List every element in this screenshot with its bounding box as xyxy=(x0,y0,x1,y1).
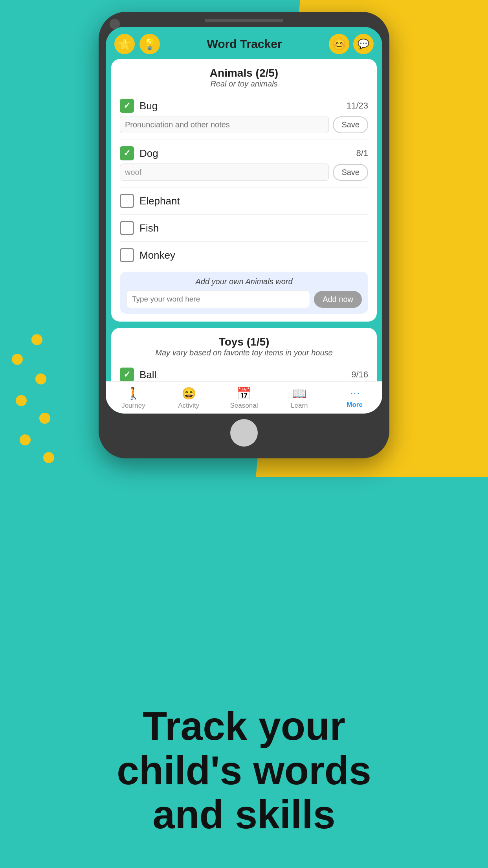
learn-icon: 📖 xyxy=(292,386,306,400)
more-label: More xyxy=(347,401,363,409)
seasonal-icon: 📅 xyxy=(237,386,251,400)
star-button[interactable]: ⭐ xyxy=(114,34,135,54)
word-label-fish: Fish xyxy=(139,222,368,234)
word-date-ball: 9/16 xyxy=(351,370,368,380)
face-button[interactable]: 😊 xyxy=(329,34,349,54)
word-item-bug: Bug 11/23 Save xyxy=(120,95,368,137)
phone-home-button[interactable] xyxy=(230,419,258,447)
word-date-bug: 11/23 xyxy=(347,101,368,111)
save-button-dog[interactable]: Save xyxy=(333,164,368,181)
dot-7 xyxy=(43,452,54,463)
add-now-button[interactable]: Add now xyxy=(314,291,362,308)
notes-area-bug: Save xyxy=(120,116,368,133)
checkbox-ball[interactable] xyxy=(120,368,134,381)
notes-input-bug[interactable] xyxy=(120,116,329,133)
toys-card-title: Toys (1/5) xyxy=(120,336,368,348)
word-item-ball: Ball 9/16 xyxy=(120,364,368,381)
word-item-elephant: Elephant xyxy=(120,190,368,212)
animals-card-subtitle: Real or toy animals xyxy=(120,79,368,88)
word-item-dog: Dog 8/1 Save xyxy=(120,142,368,185)
animals-card-title: Animals (2/5) xyxy=(120,67,368,79)
bottom-tagline: Track yourchild's wordsand skills xyxy=(24,704,464,837)
add-word-label: Add your own Animals word xyxy=(126,277,362,286)
dot-2 xyxy=(12,354,23,365)
notes-input-dog[interactable] xyxy=(120,164,329,181)
checkbox-elephant[interactable] xyxy=(120,194,134,208)
more-icon: ⋯ xyxy=(350,387,360,399)
divider-2 xyxy=(120,187,368,188)
checkbox-dog[interactable] xyxy=(120,146,134,160)
divider-4 xyxy=(120,241,368,242)
dot-1 xyxy=(31,334,42,345)
checkbox-bug[interactable] xyxy=(120,99,134,113)
toys-card-subtitle: May vary based on favorite toy items in … xyxy=(120,348,368,357)
dot-5 xyxy=(39,413,50,424)
phone-device: ⭐ 💡 Word Tracker 😊 💬 Animals (2/5) Real … xyxy=(99,12,389,458)
dot-6 xyxy=(20,434,31,445)
word-label-ball: Ball xyxy=(139,369,351,381)
dot-3 xyxy=(35,373,46,384)
bottom-tagline-section: Track yourchild's wordsand skills xyxy=(0,704,488,837)
app-title: Word Tracker xyxy=(160,37,329,51)
word-label-elephant: Elephant xyxy=(139,195,368,207)
nav-activity[interactable]: 😄 Activity xyxy=(161,386,216,410)
save-button-bug[interactable]: Save xyxy=(333,116,368,133)
checkbox-fish[interactable] xyxy=(120,221,134,235)
word-label-bug: Bug xyxy=(139,100,347,112)
nav-seasonal[interactable]: 📅 Seasonal xyxy=(216,386,272,410)
journey-label: Journey xyxy=(121,402,145,410)
phone-screen: ⭐ 💡 Word Tracker 😊 💬 Animals (2/5) Real … xyxy=(106,27,382,414)
add-word-section: Add your own Animals word Add now xyxy=(120,272,368,314)
word-item-fish: Fish xyxy=(120,217,368,239)
nav-more[interactable]: ⋯ More xyxy=(327,387,382,409)
activity-icon: 😄 xyxy=(182,386,196,400)
chat-button[interactable]: 💬 xyxy=(353,34,374,54)
divider-1 xyxy=(120,140,368,140)
nav-learn[interactable]: 📖 Learn xyxy=(272,386,327,410)
seasonal-label: Seasonal xyxy=(230,402,258,410)
app-header: ⭐ 💡 Word Tracker 😊 💬 xyxy=(106,27,382,59)
header-right-icons: 😊 💬 xyxy=(329,34,374,54)
word-label-dog: Dog xyxy=(139,147,356,160)
word-label-monkey: Monkey xyxy=(139,249,368,261)
dot-4 xyxy=(16,395,27,406)
bottom-nav: 🚶 Journey 😄 Activity 📅 Seasonal 📖 Learn … xyxy=(106,381,382,414)
app-content: Animals (2/5) Real or toy animals Bug 11… xyxy=(106,59,382,381)
notes-area-dog: Save xyxy=(120,164,368,181)
animals-card: Animals (2/5) Real or toy animals Bug 11… xyxy=(111,59,377,322)
checkbox-monkey[interactable] xyxy=(120,248,134,262)
word-date-dog: 8/1 xyxy=(356,148,368,158)
bulb-button[interactable]: 💡 xyxy=(139,34,160,54)
journey-icon: 🚶 xyxy=(126,386,141,400)
activity-label: Activity xyxy=(178,402,199,410)
phone-notch xyxy=(205,19,283,22)
divider-3 xyxy=(120,214,368,215)
word-item-monkey: Monkey xyxy=(120,244,368,266)
learn-label: Learn xyxy=(291,402,308,410)
header-left-icons: ⭐ 💡 xyxy=(114,34,160,54)
add-word-row: Add now xyxy=(126,290,362,308)
add-word-input[interactable] xyxy=(126,290,310,308)
toys-card: Toys (1/5) May vary based on favorite to… xyxy=(111,328,377,381)
nav-journey[interactable]: 🚶 Journey xyxy=(106,386,161,410)
